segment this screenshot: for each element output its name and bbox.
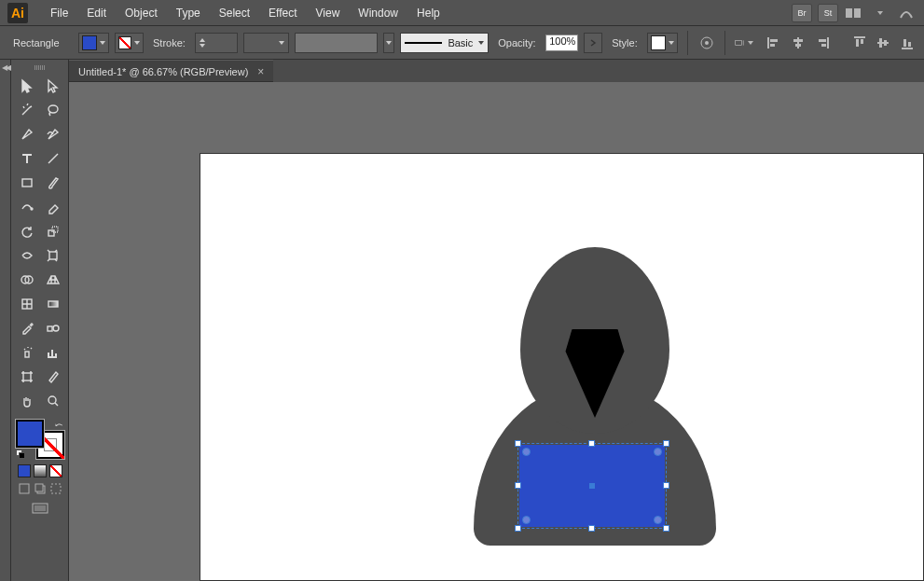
shaper-tool[interactable] bbox=[15, 196, 39, 218]
artboard-tool[interactable] bbox=[15, 366, 39, 388]
align-bottom-icon[interactable] bbox=[898, 34, 917, 52]
color-mode-gradient[interactable] bbox=[34, 464, 47, 477]
resize-handle-bl[interactable] bbox=[515, 525, 521, 532]
close-tab-icon[interactable]: × bbox=[257, 65, 264, 78]
align-top-icon[interactable] bbox=[850, 34, 869, 52]
lasso-tool[interactable] bbox=[41, 99, 65, 121]
brush-definition-dropdown[interactable]: Basic bbox=[400, 33, 489, 53]
brush-profile-dropdown[interactable] bbox=[383, 33, 394, 53]
fill-color-proxy[interactable] bbox=[16, 420, 44, 448]
fill-swatch-dropdown[interactable] bbox=[78, 33, 109, 53]
chevron-right-icon bbox=[589, 39, 597, 47]
canvas-viewport[interactable] bbox=[69, 82, 924, 581]
slice-tool[interactable] bbox=[41, 366, 65, 388]
bridge-icon[interactable]: Br bbox=[792, 4, 812, 22]
chevron-down-icon bbox=[478, 41, 484, 45]
swap-fill-stroke-icon[interactable]: ⤺ bbox=[55, 420, 62, 430]
menu-object[interactable]: Object bbox=[116, 7, 167, 20]
draw-normal-icon[interactable] bbox=[19, 483, 30, 494]
svg-rect-18 bbox=[22, 179, 32, 187]
resize-handle-ml[interactable] bbox=[515, 482, 521, 489]
align-right-icon[interactable] bbox=[813, 34, 832, 52]
selection-bounding-box[interactable] bbox=[517, 443, 667, 529]
selection-center-point[interactable] bbox=[589, 483, 595, 489]
resize-handle-tm[interactable] bbox=[588, 440, 595, 447]
menu-view[interactable]: View bbox=[307, 7, 350, 20]
line-segment-tool[interactable] bbox=[41, 147, 65, 170]
svg-rect-4 bbox=[736, 40, 742, 45]
document-tab-title: Untitled-1* @ 66.67% (RGB/Preview) bbox=[78, 66, 248, 77]
gradient-tool[interactable] bbox=[41, 293, 65, 315]
recolor-artwork-icon[interactable] bbox=[697, 34, 716, 52]
artboard[interactable] bbox=[200, 153, 924, 581]
type-tool[interactable] bbox=[15, 147, 39, 170]
shape-builder-tool[interactable] bbox=[15, 269, 39, 291]
free-transform-tool[interactable] bbox=[41, 244, 65, 267]
brush-profile-box[interactable] bbox=[295, 33, 378, 53]
resize-handle-tl[interactable] bbox=[515, 440, 521, 447]
color-mode-solid[interactable] bbox=[18, 464, 31, 477]
resize-handle-tr[interactable] bbox=[663, 440, 669, 447]
align-left-icon[interactable] bbox=[765, 34, 783, 52]
arrange-documents-icon[interactable] bbox=[844, 4, 864, 22]
style-swatch-dropdown[interactable] bbox=[647, 33, 678, 53]
perspective-grid-tool[interactable] bbox=[41, 269, 65, 291]
corner-widget-br[interactable] bbox=[654, 516, 662, 524]
opacity-dropdown[interactable] bbox=[584, 33, 602, 53]
fill-stroke-proxy[interactable]: ⤺ bbox=[16, 420, 64, 459]
column-graph-tool[interactable] bbox=[41, 341, 65, 364]
menu-select[interactable]: Select bbox=[210, 7, 259, 20]
align-center-v-icon[interactable] bbox=[874, 34, 892, 52]
resize-handle-br[interactable] bbox=[663, 525, 669, 532]
paintbrush-tool[interactable] bbox=[41, 172, 65, 194]
direct-selection-tool[interactable] bbox=[41, 75, 65, 97]
corner-widget-tl[interactable] bbox=[522, 448, 531, 456]
zoom-tool[interactable] bbox=[41, 390, 65, 412]
blend-tool[interactable] bbox=[41, 317, 65, 339]
draw-inside-icon[interactable] bbox=[50, 483, 62, 494]
stroke-weight-field[interactable] bbox=[207, 35, 233, 51]
eyedropper-tool[interactable] bbox=[15, 317, 39, 339]
symbol-sprayer-tool[interactable] bbox=[15, 341, 39, 364]
rectangle-tool[interactable] bbox=[15, 172, 39, 194]
menu-help[interactable]: Help bbox=[407, 7, 449, 20]
draw-behind-icon[interactable] bbox=[34, 483, 46, 494]
gpu-icon[interactable] bbox=[896, 4, 917, 22]
hand-tool[interactable] bbox=[15, 390, 39, 412]
align-to-selection-dropdown[interactable] bbox=[735, 34, 753, 52]
eraser-tool[interactable] bbox=[41, 196, 65, 218]
menu-file[interactable]: File bbox=[41, 7, 77, 20]
menu-effect[interactable]: Effect bbox=[259, 7, 306, 20]
svg-rect-20 bbox=[48, 230, 54, 236]
panel-collapse-gutter[interactable]: ◀◀ bbox=[0, 60, 11, 581]
width-tool[interactable] bbox=[15, 244, 39, 267]
stroke-weight-input[interactable] bbox=[195, 33, 238, 53]
menu-edit[interactable]: Edit bbox=[77, 7, 116, 20]
color-mode-none[interactable] bbox=[49, 464, 62, 477]
curvature-tool[interactable] bbox=[41, 123, 65, 145]
menu-type[interactable]: Type bbox=[167, 7, 210, 20]
svg-rect-14 bbox=[884, 40, 887, 46]
variable-width-dropdown[interactable] bbox=[243, 33, 290, 53]
corner-widget-tr[interactable] bbox=[654, 448, 662, 456]
scale-tool[interactable] bbox=[41, 220, 65, 242]
corner-widget-bl[interactable] bbox=[522, 516, 531, 524]
magic-wand-tool[interactable] bbox=[15, 99, 39, 121]
rotate-tool[interactable] bbox=[15, 220, 39, 242]
stroke-swatch-dropdown[interactable] bbox=[115, 33, 144, 53]
default-fill-stroke-icon[interactable] bbox=[16, 450, 25, 459]
stroke-stepper[interactable] bbox=[200, 38, 205, 48]
selection-tool[interactable] bbox=[15, 75, 39, 97]
arrange-dropdown-icon[interactable] bbox=[870, 4, 890, 22]
panel-grip[interactable] bbox=[23, 65, 57, 71]
screen-mode-icon[interactable] bbox=[31, 502, 49, 519]
pen-tool[interactable] bbox=[15, 123, 39, 145]
stock-icon[interactable]: St bbox=[818, 4, 838, 22]
mesh-tool[interactable] bbox=[15, 293, 39, 315]
align-center-h-icon[interactable] bbox=[789, 34, 807, 52]
menu-window[interactable]: Window bbox=[349, 7, 407, 20]
resize-handle-bm[interactable] bbox=[588, 525, 595, 532]
opacity-input[interactable]: 100% bbox=[545, 35, 579, 51]
resize-handle-mr[interactable] bbox=[663, 482, 669, 489]
document-tab[interactable]: Untitled-1* @ 66.67% (RGB/Preview) × bbox=[69, 60, 273, 82]
